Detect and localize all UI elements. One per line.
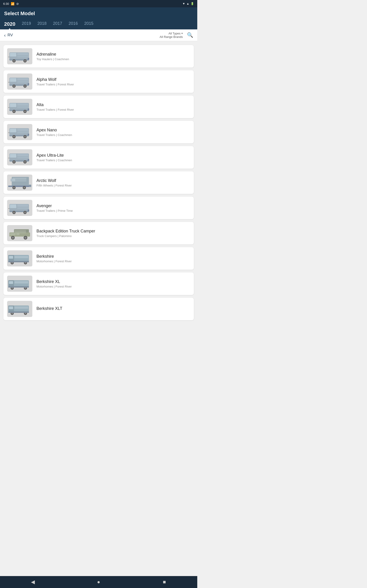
model-name: Arctic Wolf	[36, 178, 190, 183]
model-info: AvengerTravel Trailers | Prime Time	[36, 204, 190, 212]
model-info: Apex NanoTravel Trailers | Coachmen	[36, 128, 190, 137]
svg-point-51	[13, 161, 15, 163]
model-info: BerkshireMotorhomes | Forest River	[36, 254, 190, 263]
svg-rect-54	[28, 159, 29, 161]
status-left: 6:30 📶 ⊘	[3, 2, 19, 6]
svg-rect-3	[17, 56, 28, 57]
year-tab-2020[interactable]: 2020	[4, 21, 15, 29]
model-name: Berkshire	[36, 254, 190, 259]
model-subtitle: Travel Trailers | Prime Time	[36, 209, 190, 212]
svg-point-72	[13, 212, 15, 213]
model-list-item[interactable]: AltaTravel Trailers | Forest River	[3, 95, 194, 118]
svg-rect-68	[17, 207, 28, 209]
status-bar: 6:30 📶 ⊘ ▼ ▲ 🔋	[0, 0, 197, 7]
sim-icon: 📶	[11, 2, 15, 6]
header: Select Model	[0, 7, 197, 19]
model-subtitle: Fifth Wheels | Forest River	[36, 184, 190, 187]
svg-rect-105	[9, 306, 13, 309]
back-arrow-icon[interactable]: ‹	[4, 33, 6, 38]
model-thumbnail	[7, 225, 32, 241]
model-thumbnail	[7, 276, 32, 292]
model-thumbnail	[7, 250, 32, 267]
svg-rect-78	[10, 233, 16, 235]
svg-rect-75	[28, 209, 29, 211]
model-list-item[interactable]: Alpha WolfTravel Trailers | Forest River	[3, 70, 194, 93]
svg-point-9	[24, 60, 26, 62]
type-filter-dropdown[interactable]: All Types ▾ All Range Brands	[160, 32, 183, 39]
svg-point-18	[13, 85, 15, 87]
model-name: Alpha Wolf	[36, 77, 190, 82]
year-tab-2017[interactable]: 2017	[53, 21, 62, 29]
model-name: Apex Nano	[36, 128, 190, 132]
model-thumbnail	[7, 149, 32, 165]
model-info: Alpha WolfTravel Trailers | Forest River	[36, 77, 190, 86]
svg-rect-35	[17, 129, 28, 131]
page-title: Select Model	[4, 10, 193, 17]
model-list-item[interactable]: BerkshireMotorhomes | Forest River	[3, 247, 194, 270]
model-list-item[interactable]: Berkshire XLMotorhomes | Forest River	[3, 272, 194, 295]
model-list-item[interactable]: AvengerTravel Trailers | Prime Time	[3, 196, 194, 219]
svg-rect-2	[17, 53, 28, 55]
model-list-item[interactable]: Arctic WolfFifth Wheels | Forest River	[3, 171, 194, 194]
svg-point-40	[13, 136, 15, 138]
model-list-item[interactable]: Apex Ultra-LiteTravel Trailers | Coachme…	[3, 146, 194, 169]
model-subtitle: Truck Campers | Palomino	[36, 234, 190, 238]
svg-point-7	[13, 60, 15, 62]
svg-rect-34	[10, 129, 16, 132]
model-thumbnail	[7, 48, 32, 64]
year-nav: 202020192018201720162015	[0, 19, 197, 29]
model-info: AdrenalineToy Haulers | Coachmen	[36, 52, 190, 61]
svg-rect-93	[8, 261, 29, 262]
svg-rect-66	[10, 204, 16, 208]
model-subtitle: Travel Trailers | Forest River	[36, 108, 190, 111]
year-tab-2019[interactable]: 2019	[22, 21, 31, 29]
svg-rect-36	[17, 131, 28, 133]
status-time: 6:30	[3, 2, 9, 6]
year-tab-2015[interactable]: 2015	[84, 21, 93, 29]
svg-rect-45	[10, 154, 16, 157]
svg-point-82	[12, 237, 14, 239]
year-tab-2018[interactable]: 2018	[37, 21, 47, 29]
all-types-label: All Types	[168, 32, 181, 35]
model-subtitle: Toy Haulers | Coachmen	[36, 57, 190, 61]
svg-rect-1	[10, 53, 16, 57]
wifi-icon: ▼	[182, 2, 185, 5]
model-info: Berkshire XLMotorhomes | Forest River	[36, 279, 190, 288]
model-list-item[interactable]: AdrenalineToy Haulers | Coachmen	[3, 45, 194, 68]
model-thumbnail	[7, 301, 32, 317]
dropdown-arrow-icon: ▾	[181, 32, 183, 35]
model-name: Apex Ultra-Lite	[36, 153, 190, 158]
model-name: Adrenaline	[36, 52, 190, 57]
model-subtitle: Motorhomes | Forest River	[36, 285, 190, 288]
svg-rect-96	[9, 281, 13, 284]
model-name: Berkshire XLT	[36, 306, 190, 311]
svg-rect-80	[15, 230, 26, 233]
svg-rect-64	[29, 185, 31, 187]
svg-rect-87	[9, 256, 13, 259]
search-icon[interactable]: 🔍	[187, 32, 193, 38]
svg-rect-14	[17, 81, 28, 83]
model-thumbnail	[7, 174, 32, 191]
model-thumbnail	[7, 124, 32, 140]
svg-rect-13	[17, 78, 28, 80]
model-info: Berkshire XLT	[36, 306, 190, 312]
filter-bar: ‹ RV All Types ▾ All Range Brands 🔍	[0, 29, 197, 41]
model-info: Apex Ultra-LiteTravel Trailers | Coachme…	[36, 153, 190, 162]
svg-point-20	[24, 85, 26, 87]
model-list-item[interactable]: Apex NanoTravel Trailers | Coachmen	[3, 121, 194, 144]
svg-point-31	[24, 111, 26, 112]
svg-rect-59	[8, 186, 31, 187]
year-tab-2016[interactable]: 2016	[69, 21, 78, 29]
svg-rect-88	[15, 256, 28, 258]
svg-rect-111	[8, 311, 29, 313]
svg-rect-67	[17, 204, 28, 207]
category-label: RV	[8, 33, 13, 37]
model-list-item[interactable]: Berkshire XLT	[3, 297, 194, 320]
signal-icon: ▲	[186, 2, 189, 5]
model-subtitle: Travel Trailers | Coachmen	[36, 158, 190, 162]
model-thumbnail	[7, 73, 32, 90]
all-range-label: All Range Brands	[160, 35, 183, 39]
model-name: Avenger	[36, 204, 190, 208]
model-list-item[interactable]: Backpack Edition Truck CamperTruck Campe…	[3, 222, 194, 245]
model-thumbnail	[7, 200, 32, 216]
